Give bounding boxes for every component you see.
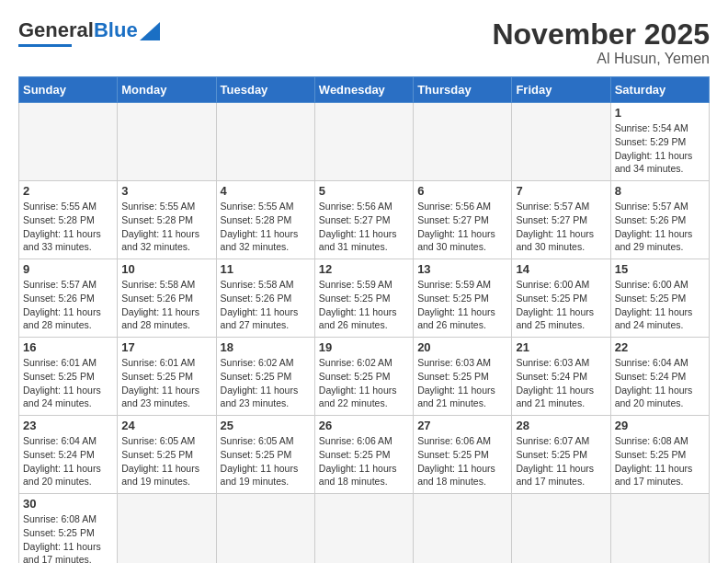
header-saturday: Saturday [610, 77, 709, 103]
calendar-cell: 16Sunrise: 6:01 AM Sunset: 5:25 PM Dayli… [19, 338, 118, 416]
calendar-cell: 1Sunrise: 5:54 AM Sunset: 5:29 PM Daylig… [610, 103, 709, 181]
day-number: 1 [615, 106, 705, 120]
day-number: 30 [23, 497, 113, 511]
day-info: Sunrise: 6:08 AM Sunset: 5:25 PM Dayligh… [615, 434, 705, 488]
day-number: 5 [319, 184, 409, 198]
day-number: 2 [23, 184, 113, 198]
day-info: Sunrise: 6:05 AM Sunset: 5:25 PM Dayligh… [121, 434, 211, 488]
calendar-cell [216, 103, 314, 181]
day-number: 8 [615, 184, 705, 198]
calendar-cell [512, 494, 610, 563]
day-number: 14 [516, 262, 606, 276]
day-number: 24 [121, 419, 211, 432]
calendar-cell: 27Sunrise: 6:06 AM Sunset: 5:25 PM Dayli… [414, 416, 512, 494]
day-info: Sunrise: 5:54 AM Sunset: 5:29 PM Dayligh… [615, 121, 705, 176]
day-info: Sunrise: 6:03 AM Sunset: 5:25 PM Dayligh… [417, 356, 507, 410]
calendar-week-row: 1Sunrise: 5:54 AM Sunset: 5:29 PM Daylig… [19, 103, 710, 181]
day-info: Sunrise: 6:02 AM Sunset: 5:25 PM Dayligh… [221, 356, 311, 410]
calendar-cell [118, 103, 216, 181]
day-info: Sunrise: 5:55 AM Sunset: 5:28 PM Dayligh… [23, 200, 113, 254]
calendar-cell: 21Sunrise: 6:03 AM Sunset: 5:24 PM Dayli… [512, 338, 610, 416]
day-number: 4 [221, 184, 311, 198]
calendar-week-row: 30Sunrise: 6:08 AM Sunset: 5:25 PM Dayli… [19, 494, 710, 563]
day-number: 13 [417, 262, 507, 276]
logo-underline [18, 44, 72, 47]
day-info: Sunrise: 6:06 AM Sunset: 5:25 PM Dayligh… [417, 434, 507, 488]
logo: General Blue [18, 18, 160, 47]
header-thursday: Thursday [414, 77, 512, 103]
day-number: 23 [23, 419, 113, 432]
calendar-cell: 4Sunrise: 5:55 AM Sunset: 5:28 PM Daylig… [216, 181, 314, 259]
day-number: 18 [221, 340, 311, 354]
day-info: Sunrise: 6:00 AM Sunset: 5:25 PM Dayligh… [516, 278, 606, 332]
svg-marker-0 [140, 22, 160, 40]
calendar-header-row: SundayMondayTuesdayWednesdayThursdayFrid… [19, 77, 710, 103]
title-area: November 2025 Al Husun, Yemen [492, 18, 710, 67]
calendar-cell [414, 103, 512, 181]
day-info: Sunrise: 5:57 AM Sunset: 5:27 PM Dayligh… [516, 200, 606, 254]
day-info: Sunrise: 5:55 AM Sunset: 5:28 PM Dayligh… [221, 200, 311, 254]
day-info: Sunrise: 6:02 AM Sunset: 5:25 PM Dayligh… [319, 356, 409, 410]
calendar-week-row: 2Sunrise: 5:55 AM Sunset: 5:28 PM Daylig… [19, 181, 710, 259]
day-info: Sunrise: 5:59 AM Sunset: 5:25 PM Dayligh… [319, 278, 409, 332]
calendar-cell: 11Sunrise: 5:58 AM Sunset: 5:26 PM Dayli… [216, 259, 314, 338]
calendar-cell: 20Sunrise: 6:03 AM Sunset: 5:25 PM Dayli… [414, 338, 512, 416]
day-number: 28 [516, 419, 606, 432]
header-friday: Friday [512, 77, 610, 103]
day-number: 21 [516, 340, 606, 354]
calendar-cell: 10Sunrise: 5:58 AM Sunset: 5:26 PM Dayli… [118, 259, 216, 338]
calendar-cell: 5Sunrise: 5:56 AM Sunset: 5:27 PM Daylig… [314, 181, 413, 259]
calendar-cell [512, 103, 610, 181]
day-number: 19 [319, 340, 409, 354]
day-info: Sunrise: 5:58 AM Sunset: 5:26 PM Dayligh… [121, 278, 211, 332]
day-number: 20 [417, 340, 507, 354]
day-info: Sunrise: 5:56 AM Sunset: 5:27 PM Dayligh… [319, 200, 409, 254]
day-info: Sunrise: 5:57 AM Sunset: 5:26 PM Dayligh… [615, 200, 705, 254]
calendar-cell: 26Sunrise: 6:06 AM Sunset: 5:25 PM Dayli… [314, 416, 413, 494]
day-number: 10 [121, 262, 211, 276]
logo-general: General [18, 18, 94, 42]
day-info: Sunrise: 6:07 AM Sunset: 5:25 PM Dayligh… [516, 434, 606, 488]
day-info: Sunrise: 5:59 AM Sunset: 5:25 PM Dayligh… [417, 278, 507, 332]
header-monday: Monday [118, 77, 216, 103]
calendar-cell: 18Sunrise: 6:02 AM Sunset: 5:25 PM Dayli… [216, 338, 314, 416]
month-title: November 2025 [492, 18, 710, 51]
location-title: Al Husun, Yemen [492, 51, 710, 67]
calendar-cell: 15Sunrise: 6:00 AM Sunset: 5:25 PM Dayli… [610, 259, 709, 338]
day-number: 17 [121, 340, 211, 354]
calendar-week-row: 23Sunrise: 6:04 AM Sunset: 5:24 PM Dayli… [19, 416, 710, 494]
header-wednesday: Wednesday [314, 77, 413, 103]
calendar-cell [314, 103, 413, 181]
day-number: 22 [615, 340, 705, 354]
day-number: 3 [121, 184, 211, 198]
calendar-cell: 23Sunrise: 6:04 AM Sunset: 5:24 PM Dayli… [19, 416, 118, 494]
day-info: Sunrise: 6:01 AM Sunset: 5:25 PM Dayligh… [23, 356, 113, 410]
day-info: Sunrise: 6:03 AM Sunset: 5:24 PM Dayligh… [516, 356, 606, 410]
calendar-cell: 7Sunrise: 5:57 AM Sunset: 5:27 PM Daylig… [512, 181, 610, 259]
day-number: 7 [516, 184, 606, 198]
calendar-cell: 24Sunrise: 6:05 AM Sunset: 5:25 PM Dayli… [118, 416, 216, 494]
day-number: 27 [417, 419, 507, 432]
day-info: Sunrise: 6:05 AM Sunset: 5:25 PM Dayligh… [221, 434, 311, 488]
calendar-cell [414, 494, 512, 563]
calendar-week-row: 9Sunrise: 5:57 AM Sunset: 5:26 PM Daylig… [19, 259, 710, 338]
page-header: General Blue November 2025 Al Husun, Yem… [18, 18, 710, 67]
day-info: Sunrise: 5:57 AM Sunset: 5:26 PM Dayligh… [23, 278, 113, 332]
day-info: Sunrise: 6:06 AM Sunset: 5:25 PM Dayligh… [319, 434, 409, 488]
day-number: 12 [319, 262, 409, 276]
calendar-cell: 12Sunrise: 5:59 AM Sunset: 5:25 PM Dayli… [314, 259, 413, 338]
calendar-cell: 29Sunrise: 6:08 AM Sunset: 5:25 PM Dayli… [610, 416, 709, 494]
day-number: 16 [23, 340, 113, 354]
calendar-cell [610, 494, 709, 563]
day-number: 26 [319, 419, 409, 432]
day-info: Sunrise: 5:58 AM Sunset: 5:26 PM Dayligh… [221, 278, 311, 332]
calendar-cell: 28Sunrise: 6:07 AM Sunset: 5:25 PM Dayli… [512, 416, 610, 494]
calendar-cell: 9Sunrise: 5:57 AM Sunset: 5:26 PM Daylig… [19, 259, 118, 338]
day-number: 11 [221, 262, 311, 276]
calendar-cell: 14Sunrise: 6:00 AM Sunset: 5:25 PM Dayli… [512, 259, 610, 338]
day-info: Sunrise: 6:08 AM Sunset: 5:25 PM Dayligh… [23, 512, 113, 563]
day-number: 29 [615, 419, 705, 432]
calendar-cell [314, 494, 413, 563]
calendar-cell: 22Sunrise: 6:04 AM Sunset: 5:24 PM Dayli… [610, 338, 709, 416]
calendar-cell [118, 494, 216, 563]
